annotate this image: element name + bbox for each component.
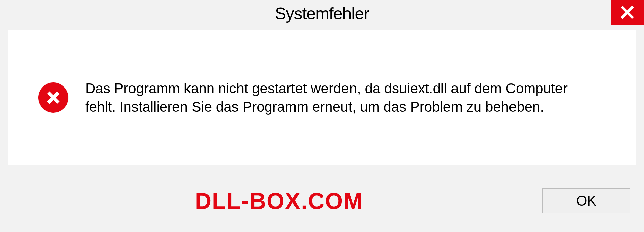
dialog-title: Systemfehler <box>275 4 369 23</box>
ok-button[interactable]: OK <box>542 188 630 213</box>
close-button[interactable] <box>611 0 644 25</box>
message-panel: Das Programm kann nicht gestartet werden… <box>8 30 636 165</box>
error-message: Das Programm kann nicht gestartet werden… <box>85 79 595 116</box>
footer-area: DLL-BOX.COM OK <box>0 170 644 232</box>
close-icon <box>620 5 635 21</box>
watermark: DLL-BOX.COM <box>195 188 363 214</box>
error-icon <box>38 82 68 113</box>
title-bar: Systemfehler <box>0 0 644 27</box>
